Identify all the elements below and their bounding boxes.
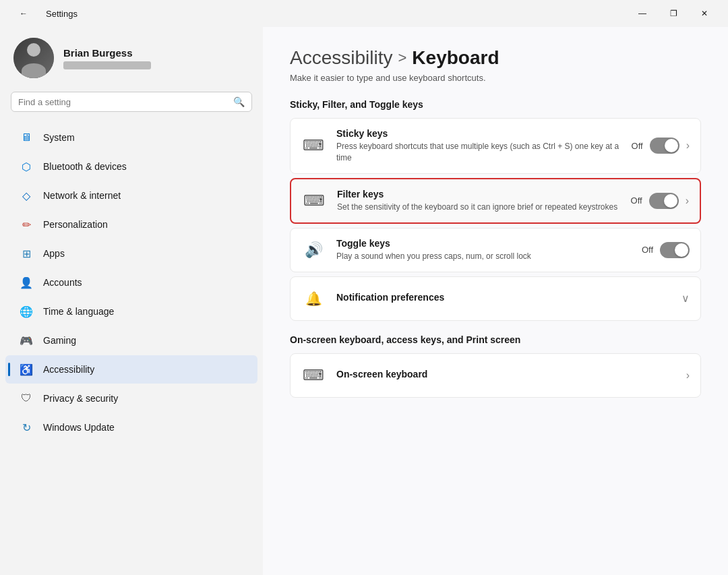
sidebar-item-bluetooth[interactable]: ⬡ Bluetooth & devices xyxy=(5,152,257,181)
nav-icon-network: ◇ xyxy=(19,188,34,203)
title-bar-controls: — ❐ ✕ xyxy=(627,3,720,24)
nav-label-time: Time & language xyxy=(43,306,114,317)
filter-keys-text: Filter keys Set the sensitivity of the k… xyxy=(337,189,620,213)
user-name: Brian Burgess xyxy=(63,47,151,59)
sticky-keys-icon: ⌨ xyxy=(301,133,326,158)
nav-label-update: Windows Update xyxy=(43,422,115,433)
filter-keys-toggle[interactable] xyxy=(649,193,679,209)
sidebar-item-privacy[interactable]: 🛡 Privacy & security xyxy=(5,384,257,413)
filter-keys-right: Off › xyxy=(631,193,689,209)
filter-keys-desc: Set the sensitivity of the keyboard so i… xyxy=(337,202,620,213)
content-area: Accessibility > Keyboard Make it easier … xyxy=(263,27,728,575)
nav-icon-gaming: 🎮 xyxy=(19,333,34,348)
breadcrumb-current: Keyboard xyxy=(412,47,499,69)
title-bar-title: Settings xyxy=(46,9,78,19)
filter-keys-icon: ⌨ xyxy=(302,189,326,213)
on-screen-keyboard-title: On-screen keyboard xyxy=(336,369,675,380)
breadcrumb-parent[interactable]: Accessibility xyxy=(290,47,392,69)
toggle-keys-toggle[interactable] xyxy=(660,242,690,258)
nav-label-personalization: Personalization xyxy=(43,219,108,230)
nav-label-bluetooth: Bluetooth & devices xyxy=(43,161,127,172)
sidebar-item-gaming[interactable]: 🎮 Gaming xyxy=(5,326,257,355)
title-bar: ← Settings — ❐ ✕ xyxy=(0,0,728,27)
filter-keys-status: Off xyxy=(631,195,642,206)
chevron-right-icon-osk: › xyxy=(686,369,690,382)
nav-label-gaming: Gaming xyxy=(43,335,76,346)
sticky-keys-right: Off › xyxy=(632,138,690,154)
section1-title: Sticky, Filter, and Toggle keys xyxy=(290,99,701,110)
on-screen-keyboard-text: On-screen keyboard xyxy=(336,369,675,382)
user-section: Brian Burgess xyxy=(0,27,263,92)
nav-label-network: Network & internet xyxy=(43,190,121,201)
chevron-right-icon-sticky-keys: › xyxy=(686,140,690,152)
sticky-keys-card[interactable]: ⌨ Sticky keys Press keyboard shortcuts t… xyxy=(290,118,701,174)
search-input[interactable] xyxy=(18,97,228,107)
sidebar: Brian Burgess 🔍 🖥 System ⬡ Bluetooth & d… xyxy=(0,27,263,575)
toggle-keys-status: Off xyxy=(642,245,653,255)
breadcrumb: Accessibility > Keyboard xyxy=(290,47,701,69)
keyboard-icon-2: ⌨ xyxy=(301,363,326,388)
maximize-button[interactable]: ❐ xyxy=(658,3,689,24)
notification-card-right: ∨ xyxy=(681,292,690,305)
sticky-keys-desc: Press keyboard shortcuts that use multip… xyxy=(336,141,621,164)
filter-keys-title: Filter keys xyxy=(337,189,620,200)
bell-icon: 🔔 xyxy=(305,291,322,307)
page-subtitle: Make it easier to type and use keyboard … xyxy=(290,73,701,83)
section2-title: On-screen keyboard, access keys, and Pri… xyxy=(290,334,701,345)
nav-list: 🖥 System ⬡ Bluetooth & devices ◇ Network… xyxy=(0,123,263,442)
user-email xyxy=(63,61,151,69)
toggle-keys-right: Off xyxy=(642,242,690,258)
sidebar-item-network[interactable]: ◇ Network & internet xyxy=(5,181,257,210)
avatar-image xyxy=(13,38,54,78)
nav-icon-update: ↻ xyxy=(19,420,34,435)
sidebar-item-personalization[interactable]: ✏ Personalization xyxy=(5,210,257,239)
nav-label-accounts: Accounts xyxy=(43,277,82,288)
chevron-down-icon: ∨ xyxy=(681,292,690,305)
sidebar-item-accounts[interactable]: 👤 Accounts xyxy=(5,268,257,297)
search-box[interactable]: 🔍 xyxy=(11,92,252,112)
sticky-keys-toggle[interactable] xyxy=(650,138,679,154)
title-bar-left: ← Settings xyxy=(8,3,78,24)
close-button[interactable]: ✕ xyxy=(689,3,720,24)
nav-icon-accessibility: ♿ xyxy=(19,362,34,377)
toggle-keys-card[interactable]: 🔊 Toggle keys Play a sound when you pres… xyxy=(290,228,701,272)
toggle-keys-desc: Play a sound when you press caps, num, o… xyxy=(336,251,631,262)
filter-keys-card[interactable]: ⌨ Filter keys Set the sensitivity of the… xyxy=(290,178,701,224)
nav-label-system: System xyxy=(43,132,75,143)
sidebar-item-time[interactable]: 🌐 Time & language xyxy=(5,297,257,326)
nav-icon-personalization: ✏ xyxy=(19,217,34,232)
on-screen-keyboard-right: › xyxy=(686,369,690,382)
toggle-keys-icon: 🔊 xyxy=(301,238,326,262)
notification-icon: 🔔 xyxy=(301,286,326,311)
sidebar-item-apps[interactable]: ⊞ Apps xyxy=(5,239,257,268)
minimize-button[interactable]: — xyxy=(627,3,658,24)
sidebar-item-system[interactable]: 🖥 System xyxy=(5,123,257,152)
notification-card-text: Notification preferences xyxy=(336,292,671,305)
user-info: Brian Burgess xyxy=(63,47,151,69)
nav-icon-system: 🖥 xyxy=(19,130,34,145)
avatar xyxy=(13,38,54,78)
notification-card-title: Notification preferences xyxy=(336,292,671,303)
notification-preferences-card[interactable]: 🔔 Notification preferences ∨ xyxy=(290,276,701,321)
sticky-keys-title: Sticky keys xyxy=(336,128,621,139)
on-screen-keyboard-card[interactable]: ⌨ On-screen keyboard › xyxy=(290,353,701,398)
breadcrumb-separator: > xyxy=(398,49,406,67)
sidebar-item-update[interactable]: ↻ Windows Update xyxy=(5,413,257,442)
sticky-keys-status: Off xyxy=(632,141,643,151)
toggle-keys-text: Toggle keys Play a sound when you press … xyxy=(336,238,631,262)
nav-label-apps: Apps xyxy=(43,248,65,259)
sticky-keys-text: Sticky keys Press keyboard shortcuts tha… xyxy=(336,128,621,164)
nav-icon-apps: ⊞ xyxy=(19,246,34,261)
toggle-keys-title: Toggle keys xyxy=(336,238,631,249)
search-icon: 🔍 xyxy=(233,96,245,107)
back-button[interactable]: ← xyxy=(8,3,39,24)
nav-label-privacy: Privacy & security xyxy=(43,393,118,404)
nav-icon-time: 🌐 xyxy=(19,304,34,319)
chevron-right-icon-filter-keys: › xyxy=(686,195,689,207)
main-window: Brian Burgess 🔍 🖥 System ⬡ Bluetooth & d… xyxy=(0,27,728,575)
nav-icon-privacy: 🛡 xyxy=(19,391,34,406)
nav-label-accessibility: Accessibility xyxy=(43,364,94,375)
nav-icon-accounts: 👤 xyxy=(19,275,34,290)
nav-icon-bluetooth: ⬡ xyxy=(19,159,34,174)
sidebar-item-accessibility[interactable]: ♿ Accessibility xyxy=(5,355,257,384)
